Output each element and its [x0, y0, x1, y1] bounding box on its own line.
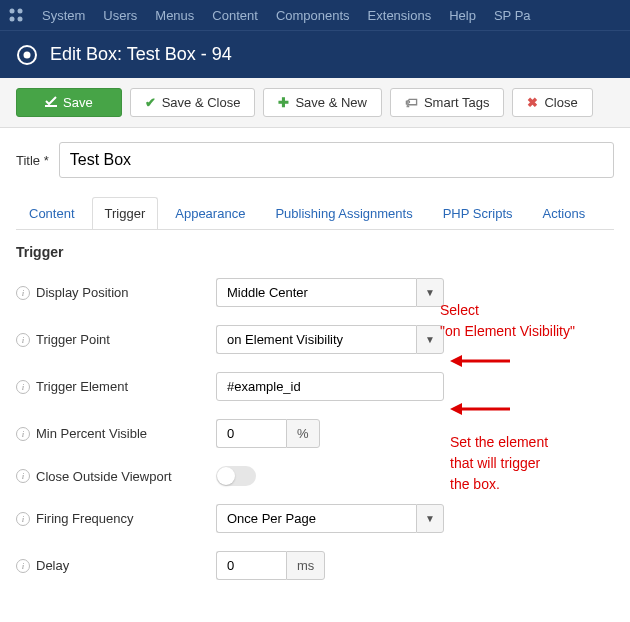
suffix-percent: % — [286, 419, 320, 448]
arrow-annotation-2 — [450, 399, 510, 419]
joomla-icon — [8, 7, 24, 23]
label-trigger-point: Trigger Point — [36, 332, 110, 347]
menu-users[interactable]: Users — [103, 8, 137, 23]
svg-point-2 — [10, 17, 15, 22]
save-label: Save — [63, 95, 93, 110]
page-titlebar: Edit Box: Test Box - 94 — [0, 30, 630, 78]
info-icon[interactable]: i — [16, 427, 30, 441]
menu-extensions[interactable]: Extensions — [368, 8, 432, 23]
smart-tags-button[interactable]: 🏷 Smart Tags — [390, 88, 505, 117]
info-icon[interactable]: i — [16, 380, 30, 394]
input-min-percent-visible[interactable] — [216, 419, 286, 448]
arrow-annotation-1 — [450, 351, 510, 371]
title-label: Title * — [16, 153, 49, 168]
tab-content[interactable]: Content — [16, 197, 88, 230]
menu-system[interactable]: System — [42, 8, 85, 23]
chevron-down-icon: ▼ — [425, 513, 435, 524]
row-delay: i Delay ms — [16, 551, 614, 580]
menu-help[interactable]: Help — [449, 8, 476, 23]
target-icon — [16, 44, 38, 66]
tab-appearance[interactable]: Appearance — [162, 197, 258, 230]
save-close-button[interactable]: ✔ Save & Close — [130, 88, 256, 117]
label-close-outside-viewport: Close Outside Viewport — [36, 469, 172, 484]
section-title: Trigger — [16, 244, 614, 260]
save-icon — [45, 95, 57, 110]
smart-tags-label: Smart Tags — [424, 95, 490, 110]
svg-marker-10 — [450, 403, 462, 415]
input-delay[interactable] — [216, 551, 286, 580]
check-icon: ✔ — [145, 95, 156, 110]
select-firing-frequency[interactable] — [216, 504, 416, 533]
tab-publishing-assignments[interactable]: Publishing Assignments — [262, 197, 425, 230]
title-row: Title * — [16, 142, 614, 178]
row-trigger-element: i Trigger Element — [16, 372, 614, 401]
save-button[interactable]: Save — [16, 88, 122, 117]
close-label: Close — [544, 95, 577, 110]
suffix-ms: ms — [286, 551, 325, 580]
top-menu-bar: System Users Menus Content Components Ex… — [0, 0, 630, 30]
svg-point-3 — [18, 17, 23, 22]
menu-sp-page[interactable]: SP Pa — [494, 8, 531, 23]
chevron-down-icon: ▼ — [425, 334, 435, 345]
svg-point-1 — [18, 9, 23, 14]
info-icon[interactable]: i — [16, 333, 30, 347]
info-icon[interactable]: i — [16, 559, 30, 573]
title-input[interactable] — [59, 142, 614, 178]
dropdown-button[interactable]: ▼ — [416, 504, 444, 533]
info-icon[interactable]: i — [16, 512, 30, 526]
label-delay: Delay — [36, 558, 69, 573]
plus-icon: ✚ — [278, 95, 289, 110]
label-trigger-element: Trigger Element — [36, 379, 128, 394]
page-title: Edit Box: Test Box - 94 — [50, 44, 232, 65]
tab-trigger[interactable]: Trigger — [92, 197, 159, 230]
save-close-label: Save & Close — [162, 95, 241, 110]
toolbar: Save ✔ Save & Close ✚ Save & New 🏷 Smart… — [0, 78, 630, 128]
annotation-text-1: Select "on Element Visibility" — [440, 300, 575, 342]
label-display-position: Display Position — [36, 285, 129, 300]
row-firing-frequency: i Firing Frequency ▼ — [16, 504, 614, 533]
svg-point-0 — [10, 9, 15, 14]
annotation-text-2: Set the element that will trigger the bo… — [450, 432, 548, 495]
svg-point-5 — [24, 51, 31, 58]
tab-actions[interactable]: Actions — [530, 197, 599, 230]
save-new-label: Save & New — [295, 95, 367, 110]
select-display-position[interactable] — [216, 278, 416, 307]
chevron-down-icon: ▼ — [425, 287, 435, 298]
input-trigger-element[interactable] — [216, 372, 444, 401]
select-trigger-point[interactable] — [216, 325, 416, 354]
menu-content[interactable]: Content — [212, 8, 258, 23]
tab-php-scripts[interactable]: PHP Scripts — [430, 197, 526, 230]
info-icon[interactable]: i — [16, 469, 30, 483]
tag-icon: 🏷 — [405, 95, 418, 110]
tabs: Content Trigger Appearance Publishing As… — [16, 196, 614, 230]
menu-menus[interactable]: Menus — [155, 8, 194, 23]
tab-advanced[interactable]: Adva — [602, 197, 614, 230]
svg-marker-8 — [450, 355, 462, 367]
menu-components[interactable]: Components — [276, 8, 350, 23]
close-button[interactable]: ✖ Close — [512, 88, 592, 117]
toggle-close-outside-viewport[interactable] — [216, 466, 256, 486]
close-icon: ✖ — [527, 95, 538, 110]
svg-rect-6 — [45, 105, 57, 107]
info-icon[interactable]: i — [16, 286, 30, 300]
save-new-button[interactable]: ✚ Save & New — [263, 88, 382, 117]
label-firing-frequency: Firing Frequency — [36, 511, 134, 526]
label-min-percent-visible: Min Percent Visible — [36, 426, 147, 441]
